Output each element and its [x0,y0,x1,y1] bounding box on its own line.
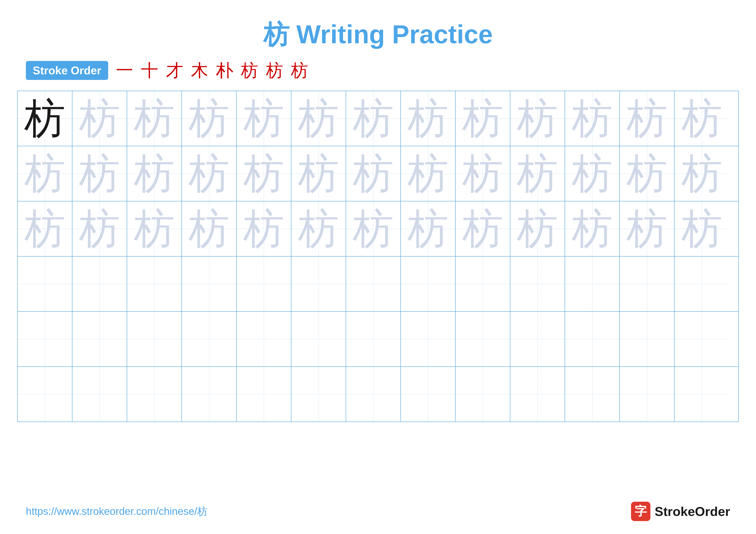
stroke-step-5: 朴 [216,62,233,79]
grid-cell-r2-c11: 枋 [565,146,620,201]
grid-cell-r2-c10: 枋 [510,146,565,201]
grid-cell-r1-c12: 枋 [620,91,675,146]
grid-cell-r3-c5: 枋 [237,201,291,256]
stroke-step-2: 十 [141,62,158,79]
grid-cell-r3-c11: 枋 [565,201,620,256]
grid-cell-r3-c3: 枋 [127,201,182,256]
grid-cell-r5-c1[interactable] [18,312,72,367]
grid-cell-r1-c6: 枋 [291,91,346,146]
grid-cell-r6-c13[interactable] [675,367,729,421]
grid-cell-r6-c11[interactable] [565,367,620,421]
grid-cell-r3-c1: 枋 [18,201,72,256]
page-title: 枋 Writing Practice [0,0,756,52]
grid-cell-r4-c9[interactable] [456,257,510,311]
grid-cell-r6-c5[interactable] [237,367,291,421]
grid-cell-r5-c3[interactable] [127,312,182,367]
stroke-step-1: 一 [116,62,133,79]
footer: https://www.strokeorder.com/chinese/枋 字 … [0,502,756,521]
grid-cell-r5-c9[interactable] [456,312,510,367]
grid-cell-r2-c12: 枋 [620,146,675,201]
grid-cell-r5-c11[interactable] [565,312,620,367]
grid-cell-r4-c7[interactable] [346,257,401,311]
grid-row-2: 枋 枋 枋 枋 枋 枋 枋 枋 枋 枋 枋 枋 枋 [18,146,738,201]
grid-cell-r3-c10: 枋 [510,201,565,256]
grid-cell-r6-c1[interactable] [18,367,72,421]
grid-cell-r4-c8[interactable] [401,257,456,311]
grid-cell-r4-c11[interactable] [565,257,620,311]
grid-cell-r5-c4[interactable] [182,312,237,367]
grid-cell-r1-c10: 枋 [510,91,565,146]
grid-cell-r1-c1: 枋 [18,91,72,146]
footer-logo: 字 StrokeOrder [631,502,730,521]
grid-cell-r2-c2: 枋 [72,146,127,201]
grid-cell-r4-c4[interactable] [182,257,237,311]
grid-cell-r1-c11: 枋 [565,91,620,146]
grid-cell-r6-c12[interactable] [620,367,675,421]
grid-cell-r1-c13: 枋 [675,91,729,146]
grid-cell-r3-c8: 枋 [401,201,456,256]
stroke-step-4: 木 [191,62,208,79]
grid-cell-r1-c3: 枋 [127,91,182,146]
practice-grid: 枋 枋 枋 枋 枋 枋 枋 枋 枋 枋 枋 枋 枋 枋 枋 枋 枋 枋 枋 枋 … [17,91,739,422]
grid-cell-r6-c2[interactable] [72,367,127,421]
grid-cell-r5-c6[interactable] [291,312,346,367]
grid-cell-r3-c12: 枋 [620,201,675,256]
grid-cell-r4-c6[interactable] [291,257,346,311]
grid-cell-r3-c13: 枋 [675,201,729,256]
stroke-step-7: 枋 [266,62,283,79]
grid-cell-r3-c4: 枋 [182,201,237,256]
title-text: Writing Practice [289,20,493,49]
footer-url[interactable]: https://www.strokeorder.com/chinese/枋 [26,504,207,518]
grid-cell-r3-c2: 枋 [72,201,127,256]
grid-cell-r2-c5: 枋 [237,146,291,201]
grid-cell-r5-c12[interactable] [620,312,675,367]
grid-cell-r5-c2[interactable] [72,312,127,367]
grid-cell-r4-c2[interactable] [72,257,127,311]
grid-cell-r4-c10[interactable] [510,257,565,311]
stroke-step-3: 才 [166,62,183,79]
strokeorder-logo-icon: 字 [631,502,650,521]
grid-row-3: 枋 枋 枋 枋 枋 枋 枋 枋 枋 枋 枋 枋 枋 [18,201,738,257]
grid-cell-r3-c7: 枋 [346,201,401,256]
stroke-order-badge: Stroke Order [26,61,108,80]
grid-cell-r5-c10[interactable] [510,312,565,367]
grid-row-5 [18,312,738,367]
grid-cell-r1-c9: 枋 [456,91,510,146]
grid-cell-r2-c3: 枋 [127,146,182,201]
footer-logo-text: StrokeOrder [655,504,730,519]
grid-cell-r1-c2: 枋 [72,91,127,146]
stroke-step-8: 枋 [291,62,308,79]
grid-cell-r6-c4[interactable] [182,367,237,421]
grid-cell-r6-c6[interactable] [291,367,346,421]
grid-row-6 [18,367,738,421]
grid-cell-r2-c8: 枋 [401,146,456,201]
grid-cell-r5-c13[interactable] [675,312,729,367]
grid-cell-r1-c5: 枋 [237,91,291,146]
grid-cell-r2-c4: 枋 [182,146,237,201]
stroke-order-row: Stroke Order 一 十 才 木 朴 枋 枋 枋 [0,61,756,80]
stroke-step-6: 枋 [241,62,258,79]
grid-cell-r2-c6: 枋 [291,146,346,201]
grid-cell-r4-c1[interactable] [18,257,72,311]
title-char: 枋 [263,20,289,49]
grid-cell-r5-c5[interactable] [237,312,291,367]
grid-cell-r6-c10[interactable] [510,367,565,421]
grid-cell-r4-c5[interactable] [237,257,291,311]
grid-cell-r5-c8[interactable] [401,312,456,367]
grid-cell-r4-c13[interactable] [675,257,729,311]
grid-row-1: 枋 枋 枋 枋 枋 枋 枋 枋 枋 枋 枋 枋 枋 [18,91,738,146]
grid-cell-r3-c9: 枋 [456,201,510,256]
grid-cell-r5-c7[interactable] [346,312,401,367]
grid-cell-r6-c8[interactable] [401,367,456,421]
grid-cell-r2-c1: 枋 [18,146,72,201]
grid-cell-r6-c3[interactable] [127,367,182,421]
grid-cell-r6-c9[interactable] [456,367,510,421]
grid-cell-r4-c12[interactable] [620,257,675,311]
grid-cell-r2-c7: 枋 [346,146,401,201]
grid-cell-r6-c7[interactable] [346,367,401,421]
grid-cell-r1-c7: 枋 [346,91,401,146]
grid-cell-r4-c3[interactable] [127,257,182,311]
grid-cell-r3-c6: 枋 [291,201,346,256]
grid-cell-r2-c13: 枋 [675,146,729,201]
grid-cell-r2-c9: 枋 [456,146,510,201]
